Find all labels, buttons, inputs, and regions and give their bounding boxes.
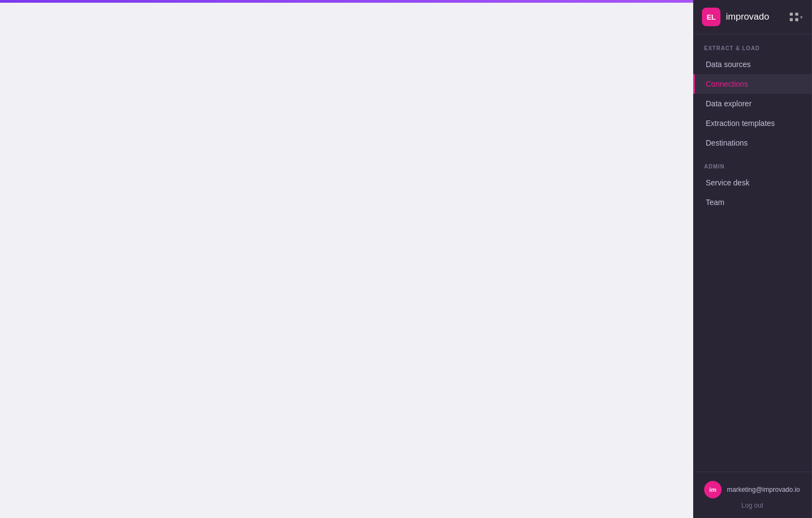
sidebar-item-data-explorer[interactable]: Data explorer [693, 94, 811, 113]
sidebar-item-label: Destinations [706, 138, 748, 147]
sidebar-item-label: Service desk [706, 178, 749, 187]
admin-section-label: ADMIN [693, 153, 811, 173]
sidebar-item-label: Data explorer [706, 99, 752, 108]
svg-rect-3 [795, 18, 798, 21]
sidebar-item-label: Connections [706, 80, 748, 88]
grid-icon[interactable]: ▾ [789, 12, 803, 22]
sidebar-item-data-sources[interactable]: Data sources [693, 55, 811, 74]
sidebar-item-team[interactable]: Team [693, 192, 811, 212]
svg-rect-2 [790, 18, 793, 21]
logo-text: improvado [726, 11, 769, 22]
sidebar-item-extraction-templates[interactable]: Extraction templates [693, 113, 811, 133]
sidebar: EL improvado ▾ EXTRACT & LOAD Data sourc… [693, 0, 812, 518]
avatar: im [704, 481, 722, 498]
top-accent-bar [0, 0, 693, 3]
user-email: marketing@improvado.io [727, 486, 800, 493]
sidebar-item-label: Extraction templates [706, 119, 775, 128]
logout-link[interactable]: Log out [704, 502, 801, 509]
sidebar-footer: im marketing@improvado.io Log out [693, 472, 811, 518]
user-info: im marketing@improvado.io [704, 481, 801, 498]
sidebar-item-connections[interactable]: Connections [693, 74, 811, 94]
extract-load-section-label: EXTRACT & LOAD [693, 34, 811, 55]
sidebar-header: EL improvado ▾ [693, 0, 811, 34]
sidebar-item-destinations[interactable]: Destinations [693, 133, 811, 153]
svg-rect-0 [790, 13, 793, 16]
sidebar-item-service-desk[interactable]: Service desk [693, 173, 811, 192]
sidebar-item-label: Data sources [706, 60, 750, 69]
logo-badge: EL [702, 8, 720, 26]
svg-rect-1 [795, 13, 798, 16]
sidebar-item-label: Team [706, 198, 724, 207]
